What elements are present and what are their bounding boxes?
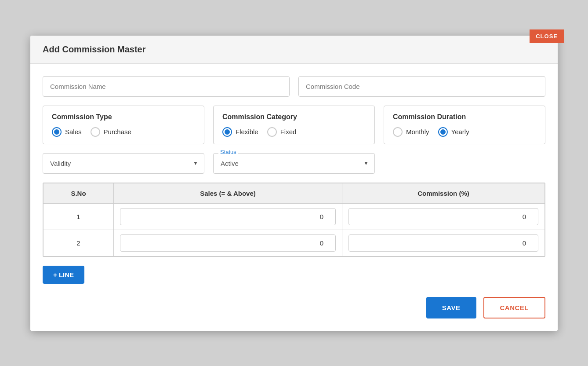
footer-buttons: SAVE CANCEL xyxy=(43,297,545,318)
table-body: 1 2 xyxy=(44,203,545,256)
commission-grid: S.No Sales (= & Above) Commission (%) 1 xyxy=(43,183,545,256)
category-flexible-radio[interactable] xyxy=(222,127,232,137)
modal-wrapper: CLOSE Add Commission Master Commission T… xyxy=(30,36,558,331)
status-select[interactable]: Active Inactive xyxy=(213,153,375,174)
row2-sales-cell xyxy=(114,230,342,256)
table-row: 2 xyxy=(44,230,545,256)
validity-status-row: Validity ▼ Status Active Inactive ▼ xyxy=(43,153,545,174)
commission-code-input[interactable] xyxy=(298,76,545,97)
row1-commission-cell xyxy=(342,203,545,230)
modal-body: Commission Type Sales Purchase xyxy=(30,64,558,331)
row2-sales-input[interactable] xyxy=(120,234,336,252)
row1-commission-input[interactable] xyxy=(348,208,538,225)
commission-category-options: Flexible Fixed xyxy=(222,127,366,137)
commission-duration-title: Commission Duration xyxy=(393,113,536,121)
close-button[interactable]: CLOSE xyxy=(530,29,564,43)
row2-commission-input[interactable] xyxy=(348,234,538,252)
validity-wrapper: Validity ▼ xyxy=(43,153,204,174)
duration-monthly-option[interactable]: Monthly xyxy=(393,127,429,137)
row2-sno: 2 xyxy=(44,230,114,256)
add-line-button[interactable]: + LINE xyxy=(43,266,84,284)
category-fixed-radio[interactable] xyxy=(267,127,277,137)
header-row: S.No Sales (= & Above) Commission (%) xyxy=(44,183,545,203)
duration-yearly-label: Yearly xyxy=(451,128,469,135)
modal-title: Add Commission Master xyxy=(43,44,545,55)
category-fixed-option[interactable]: Fixed xyxy=(267,127,297,137)
modal-dialog: Add Commission Master Commission Type Sa… xyxy=(30,36,558,331)
table-header: S.No Sales (= & Above) Commission (%) xyxy=(44,183,545,203)
category-flexible-option[interactable]: Flexible xyxy=(222,127,258,137)
validity-select[interactable]: Validity xyxy=(43,153,204,174)
duration-monthly-label: Monthly xyxy=(406,128,429,135)
col-commission: Commission (%) xyxy=(342,183,545,203)
duration-monthly-radio[interactable] xyxy=(393,127,403,137)
commission-name-input[interactable] xyxy=(43,76,290,97)
type-purchase-label: Purchase xyxy=(104,128,131,135)
cancel-button[interactable]: CANCEL xyxy=(483,297,546,318)
status-wrapper: Status Active Inactive ▼ xyxy=(213,153,375,174)
commission-category-box: Commission Category Flexible Fixed xyxy=(213,106,375,144)
table-row: 1 xyxy=(44,203,545,230)
type-purchase-option[interactable]: Purchase xyxy=(91,127,131,137)
modal-header: Add Commission Master xyxy=(30,36,558,64)
duration-yearly-radio[interactable] xyxy=(438,127,448,137)
commission-duration-options: Monthly Yearly xyxy=(393,127,536,137)
row1-sales-input[interactable] xyxy=(120,208,336,225)
commission-type-options: Sales Purchase xyxy=(52,127,195,137)
type-sales-label: Sales xyxy=(65,128,82,135)
row2-commission-cell xyxy=(342,230,545,256)
commission-type-box: Commission Type Sales Purchase xyxy=(43,106,204,144)
commission-table: S.No Sales (= & Above) Commission (%) 1 xyxy=(43,183,545,257)
save-button[interactable]: SAVE xyxy=(426,297,476,318)
type-purchase-radio[interactable] xyxy=(91,127,100,137)
category-flexible-label: Flexible xyxy=(236,128,258,135)
status-label: Status xyxy=(218,149,238,155)
duration-yearly-option[interactable]: Yearly xyxy=(438,127,469,137)
commission-category-title: Commission Category xyxy=(222,113,366,121)
row1-sno: 1 xyxy=(44,203,114,230)
row1-sales-cell xyxy=(114,203,342,230)
commission-type-title: Commission Type xyxy=(52,113,195,121)
col-sales: Sales (= & Above) xyxy=(114,183,342,203)
radio-groups-row: Commission Type Sales Purchase xyxy=(43,106,545,144)
category-fixed-label: Fixed xyxy=(280,128,297,135)
commission-duration-box: Commission Duration Monthly Yearly xyxy=(384,106,545,144)
spacer xyxy=(384,153,545,174)
type-sales-option[interactable]: Sales xyxy=(52,127,82,137)
type-sales-radio[interactable] xyxy=(52,127,62,137)
name-code-row xyxy=(43,76,545,97)
col-sno: S.No xyxy=(44,183,114,203)
